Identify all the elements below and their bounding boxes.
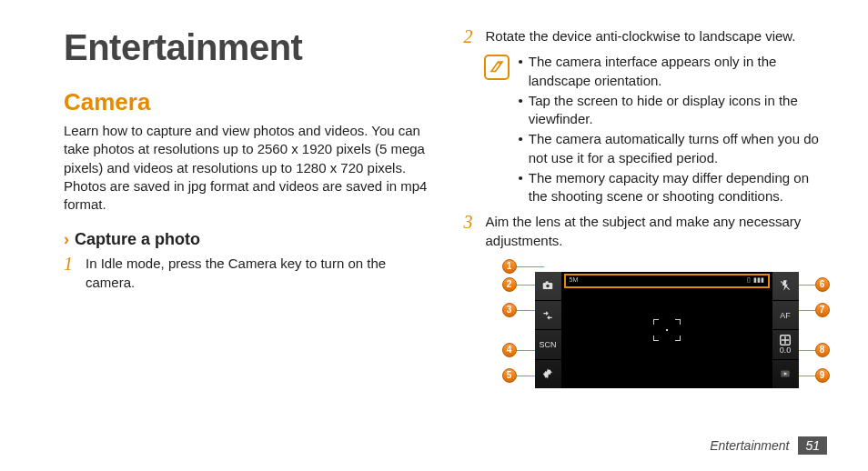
step-text: Rotate the device anti-clockwise to land… xyxy=(486,27,828,45)
note-item: •The memory capacity may differ dependin… xyxy=(519,169,828,206)
step-number: 2 xyxy=(464,27,477,45)
flash-off-icon[interactable] xyxy=(772,272,799,301)
step-text: In Idle mode, press the Camera key to tu… xyxy=(86,255,428,292)
page-footer: Entertainment 51 xyxy=(710,436,827,455)
exposure-value-button[interactable]: 0.0 xyxy=(772,330,799,359)
note-text: The camera automatically turns off when … xyxy=(529,130,827,167)
note-item: •The camera interface appears only in th… xyxy=(519,53,828,90)
note-list: •The camera interface appears only in th… xyxy=(519,53,828,207)
svg-point-1 xyxy=(546,285,550,288)
callout-2: 2 xyxy=(502,277,517,292)
step-number: 1 xyxy=(64,255,76,292)
step-text: Aim the lens at the subject and make any… xyxy=(486,213,828,250)
note-text: Tap the screen to hide or display icons … xyxy=(529,92,827,129)
page-title: Entertainment xyxy=(64,27,428,68)
camera-right-toolbar: AF 0.0 xyxy=(772,272,799,388)
callout-3: 3 xyxy=(502,303,517,317)
callout-5: 5 xyxy=(502,368,517,383)
settings-gear-icon[interactable] xyxy=(535,360,561,388)
storage-icon: ▯ xyxy=(747,276,751,284)
focus-brackets-icon xyxy=(653,319,681,341)
exposure-value-text: 0.0 xyxy=(780,346,792,355)
note-item: •Tap the screen to hide or display icons… xyxy=(519,92,828,129)
camera-diagram: 1 2 3 4 5 6 7 8 9 SCN xyxy=(484,259,830,400)
callout-8: 8 xyxy=(815,343,830,357)
section-heading: Camera xyxy=(64,88,428,116)
gallery-play-icon[interactable] xyxy=(772,360,799,388)
note-icon xyxy=(484,55,510,80)
callout-7: 7 xyxy=(815,303,830,317)
camera-left-toolbar: SCN xyxy=(535,272,562,388)
subsection-label: Capture a photo xyxy=(75,230,200,249)
camera-status-bar: 5M ▯ ▮▮▮ xyxy=(566,275,768,286)
callout-1: 1 xyxy=(502,259,517,274)
scene-mode-button[interactable]: SCN xyxy=(535,330,561,359)
note-item: •The camera automatically turns off when… xyxy=(519,130,828,167)
battery-icon: ▮▮▮ xyxy=(753,276,764,284)
note-block: •The camera interface appears only in th… xyxy=(484,53,828,207)
step-number: 3 xyxy=(464,213,477,250)
camera-viewfinder: SCN AF 0.0 xyxy=(535,272,799,388)
right-column: 2 Rotate the device anti-clockwise to la… xyxy=(464,27,828,409)
resolution-indicator: 5M xyxy=(570,276,579,283)
chevron-right-icon: › xyxy=(64,230,69,249)
footer-section: Entertainment xyxy=(710,438,789,453)
left-column: Entertainment Camera Learn how to captur… xyxy=(64,27,428,409)
page-number: 51 xyxy=(798,436,827,455)
callout-6: 6 xyxy=(815,277,830,292)
switch-camera-icon[interactable] xyxy=(535,301,561,330)
callout-4: 4 xyxy=(502,343,517,357)
subsection-heading: › Capture a photo xyxy=(64,230,428,249)
step-1: 1 In Idle mode, press the Camera key to … xyxy=(64,255,428,292)
note-text: The camera interface appears only in the… xyxy=(529,53,827,90)
step-2: 2 Rotate the device anti-clockwise to la… xyxy=(464,27,828,45)
callout-9: 9 xyxy=(815,368,830,383)
focus-mode-button[interactable]: AF xyxy=(772,301,799,330)
note-text: The memory capacity may differ depending… xyxy=(529,169,827,206)
svg-rect-2 xyxy=(546,282,549,284)
step-3: 3 Aim the lens at the subject and make a… xyxy=(464,213,828,250)
intro-paragraph: Learn how to capture and view photos and… xyxy=(64,122,428,214)
camera-mode-icon[interactable] xyxy=(535,272,561,301)
